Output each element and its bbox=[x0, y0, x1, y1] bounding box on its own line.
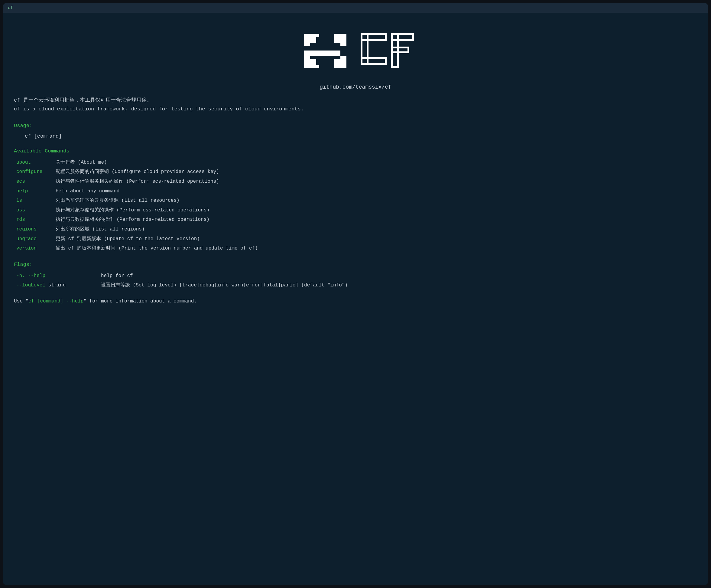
command-name: configure bbox=[16, 168, 56, 176]
command-row: upgrade更新 cf 到最新版本 (Update cf to the lat… bbox=[16, 235, 697, 243]
usage-title: Usage: bbox=[14, 123, 697, 129]
command-desc: 关于作者 (About me) bbox=[56, 159, 107, 167]
flag-desc: 设置日志等级 (Set log level) [trace|debug|info… bbox=[101, 281, 348, 290]
command-name: regions bbox=[16, 226, 56, 233]
command-name: about bbox=[16, 159, 56, 167]
command-desc: 执行与对象存储相关的操作 (Perform oss-related operat… bbox=[56, 207, 210, 214]
command-row: ecs执行与弹性计算服务相关的操作 (Perform ecs-related o… bbox=[16, 178, 697, 186]
svg-rect-16 bbox=[392, 47, 408, 52]
svg-rect-6 bbox=[304, 56, 310, 59]
command-row: rds执行与云数据库相关的操作 (Perform rds-related ope… bbox=[16, 216, 697, 224]
usage-command: cf [command] bbox=[25, 133, 697, 139]
command-desc: 输出 cf 的版本和更新时间 (Print the version number… bbox=[56, 245, 258, 253]
flag-row: --logLevel string 设置日志等级 (Set log level)… bbox=[16, 281, 697, 290]
command-desc: 更新 cf 到最新版本 (Update cf to the latest ver… bbox=[56, 235, 200, 243]
svg-rect-8 bbox=[304, 59, 316, 68]
description-line2: cf is a cloud exploitation framework, de… bbox=[14, 105, 697, 114]
command-desc: 执行与云数据库相关的操作 (Perform rds-related operat… bbox=[56, 216, 210, 224]
svg-rect-9 bbox=[316, 65, 319, 68]
command-desc: 列出当前凭证下的云服务资源 (List all resources) bbox=[56, 197, 179, 205]
flag-desc: help for cf bbox=[101, 272, 133, 280]
command-row: regions列出所有的区域 (List all regions) bbox=[16, 226, 697, 233]
command-row: version输出 cf 的版本和更新时间 (Print the version… bbox=[16, 245, 697, 253]
svg-rect-7 bbox=[340, 56, 346, 59]
command-name: upgrade bbox=[16, 235, 56, 243]
commands-table: about关于作者 (About me)configure配置云服务商的访问密钥… bbox=[16, 159, 697, 253]
command-desc: Help about any command bbox=[56, 188, 120, 195]
footer-use-text: Use "cf [command] --help" for more infor… bbox=[14, 298, 197, 304]
command-row: ls列出当前凭证下的云服务资源 (List all resources) bbox=[16, 197, 697, 205]
description-line1: cf 是一个云环境利用框架，本工具仅可用于合法合规用途。 bbox=[14, 96, 697, 105]
title-bar: cf bbox=[3, 3, 708, 13]
svg-rect-3 bbox=[304, 43, 310, 46]
command-desc: 列出所有的区域 (List all regions) bbox=[56, 226, 145, 233]
logo-container: github.com/teamssix/cf bbox=[14, 25, 697, 90]
available-commands-title: Available Commands: bbox=[14, 148, 697, 154]
svg-rect-10 bbox=[335, 59, 346, 68]
svg-rect-0 bbox=[304, 34, 316, 43]
svg-rect-2 bbox=[335, 34, 346, 43]
svg-rect-4 bbox=[340, 43, 346, 46]
terminal-body: github.com/teamssix/cf cf 是一个云环境利用框架，本工具… bbox=[3, 13, 708, 316]
command-name: ls bbox=[16, 197, 56, 205]
footer-inline-cmd: cf [command] --help bbox=[28, 298, 83, 304]
svg-rect-13 bbox=[362, 58, 386, 64]
terminal-window: cf bbox=[3, 3, 708, 585]
command-desc: 配置云服务商的访问密钥 (Configure cloud provider ac… bbox=[56, 168, 219, 176]
command-row: about关于作者 (About me) bbox=[16, 159, 697, 167]
command-row: configure配置云服务商的访问密钥 (Configure cloud pr… bbox=[16, 168, 697, 176]
footer-text: Use "cf [command] --help" for more infor… bbox=[14, 298, 697, 304]
command-name: rds bbox=[16, 216, 56, 224]
flags-table: -h, --help help for cf --logLevel string… bbox=[16, 272, 697, 290]
cf-logo bbox=[295, 25, 416, 79]
github-url: github.com/teamssix/cf bbox=[320, 84, 391, 90]
flag-row: -h, --help help for cf bbox=[16, 272, 697, 280]
svg-rect-5 bbox=[304, 50, 340, 56]
command-name: oss bbox=[16, 207, 56, 214]
title-bar-label: cf bbox=[8, 5, 13, 10]
command-row: oss执行与对象存储相关的操作 (Perform oss-related ope… bbox=[16, 207, 697, 214]
flag-name: --logLevel string bbox=[16, 281, 101, 290]
command-name: version bbox=[16, 245, 56, 253]
command-name: help bbox=[16, 188, 56, 195]
command-row: helpHelp about any command bbox=[16, 188, 697, 195]
command-name: ecs bbox=[16, 178, 56, 186]
flag-name: -h, --help bbox=[16, 272, 101, 280]
flags-title: Flags: bbox=[14, 261, 697, 267]
svg-rect-1 bbox=[316, 34, 319, 37]
command-desc: 执行与弹性计算服务相关的操作 (Perform ecs-related oper… bbox=[56, 178, 219, 186]
description: cf 是一个云环境利用框架，本工具仅可用于合法合规用途。 cf is a clo… bbox=[14, 96, 697, 114]
